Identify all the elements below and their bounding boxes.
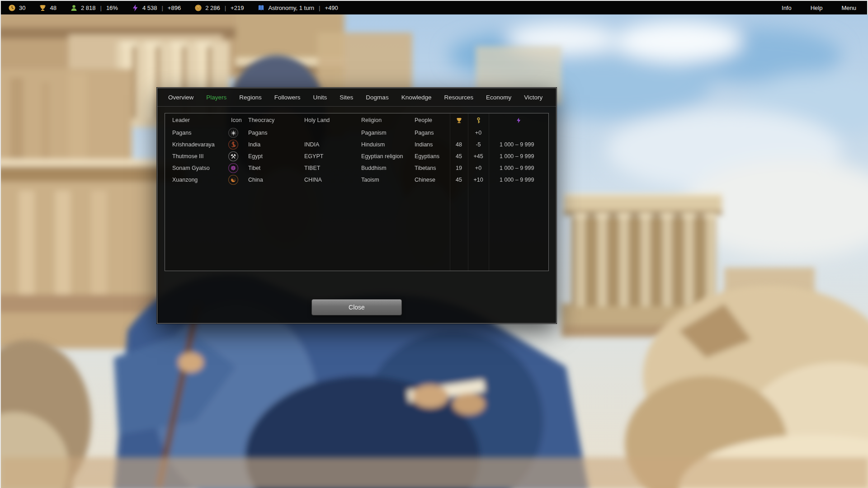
pagan-sparkle-icon xyxy=(228,128,238,138)
lightning-icon xyxy=(132,4,139,12)
theocracy-name: Tibet xyxy=(242,165,298,171)
tab-economy[interactable]: Economy xyxy=(480,88,518,107)
trophy-value: 48 xyxy=(50,5,56,11)
favor-value: +45 xyxy=(468,153,489,160)
theocracy-name: Egypt xyxy=(242,153,298,160)
help-button[interactable]: Help xyxy=(811,5,823,11)
separator: | xyxy=(161,5,163,11)
topbar-menu: Info Help Menu xyxy=(782,5,856,11)
religion-name: Egyptian religion xyxy=(355,153,408,160)
tab-dogmas[interactable]: Dogmas xyxy=(359,88,395,107)
separator: | xyxy=(319,5,320,11)
tab-regions[interactable]: Regions xyxy=(233,88,268,107)
religion-name: Hinduism xyxy=(355,141,408,148)
trophies-value: 48 xyxy=(450,141,468,148)
tab-followers[interactable]: Followers xyxy=(268,88,307,107)
leader-name: Pagans xyxy=(165,130,225,136)
player-row[interactable]: Krishnadevaraya India INDIA Hinduism Ind… xyxy=(165,139,548,150)
tab-units[interactable]: Units xyxy=(307,88,334,107)
tab-sites[interactable]: Sites xyxy=(333,88,359,107)
resource-topbar: 30 48 2 818 | 16% 4 538 | +896 2 286 | +… xyxy=(1,1,867,14)
gold-counter: 2 286 | +219 xyxy=(194,4,244,12)
theocracy-name: China xyxy=(242,177,298,183)
power-range: 1 000 – 9 999 xyxy=(489,141,548,148)
clock-icon xyxy=(8,4,16,12)
info-button[interactable]: Info xyxy=(782,5,792,11)
game-screen: 30 48 2 818 | 16% 4 538 | +896 2 286 | +… xyxy=(0,0,868,488)
gold-delta: +219 xyxy=(231,5,244,11)
players-table: Leader Icon Theocracy Holy Land Religion… xyxy=(165,113,549,271)
leader-name: Sonam Gyatso xyxy=(165,165,225,171)
header-leader: Leader xyxy=(165,117,225,123)
player-row[interactable]: Xuanzong ☯ China CHINA Taoism Chinese 45… xyxy=(165,174,548,186)
people-name: Chinese xyxy=(408,177,450,183)
table-header-row: Leader Icon Theocracy Holy Land Religion… xyxy=(165,113,548,127)
followers-value: 2 818 xyxy=(81,5,96,11)
power-range: 1 000 – 9 999 xyxy=(489,177,548,183)
trophies-value: 45 xyxy=(450,153,468,160)
power-range: 1 000 – 9 999 xyxy=(489,165,548,171)
turn-value: 30 xyxy=(19,5,25,11)
religion-name: Paganism xyxy=(355,130,408,136)
leader-name: Krishnadevaraya xyxy=(165,141,225,148)
leader-name: Xuanzong xyxy=(165,177,225,183)
trophy-icon xyxy=(456,117,462,124)
coin-icon xyxy=(194,4,202,12)
player-row[interactable]: Thutmose III ⚒ Egypt EGYPT Egyptian reli… xyxy=(165,150,548,162)
turn-counter: 30 xyxy=(8,4,25,12)
trophy-counter: 48 xyxy=(39,4,56,12)
column-divider xyxy=(468,113,468,271)
power-value: 4 538 xyxy=(142,5,157,11)
religion-name: Buddhism xyxy=(355,165,408,171)
column-divider xyxy=(489,113,489,271)
tab-knowledge[interactable]: Knowledge xyxy=(395,88,438,107)
header-religion: Religion xyxy=(355,117,408,123)
favor-value: +10 xyxy=(468,177,489,183)
followers-counter: 2 818 | 16% xyxy=(70,4,118,12)
gold-value: 2 286 xyxy=(205,5,220,11)
power-range: 1 000 – 9 999 xyxy=(489,153,548,160)
holy-land-name: EGYPT xyxy=(298,153,355,160)
column-divider xyxy=(450,113,450,271)
players-dialog: Overview Players Regions Followers Units… xyxy=(157,88,557,324)
people-name: Indians xyxy=(408,141,450,148)
people-name: Tibetans xyxy=(408,165,450,171)
leader-name: Thutmose III xyxy=(165,153,225,160)
tab-resources[interactable]: Resources xyxy=(438,88,480,107)
menu-button[interactable]: Menu xyxy=(841,5,856,11)
religion-name: Taoism xyxy=(355,177,408,183)
trophy-icon xyxy=(39,4,47,12)
people-name: Pagans xyxy=(408,130,450,136)
favor-value: -5 xyxy=(468,141,489,148)
trophies-value: 19 xyxy=(450,165,468,171)
theocracy-name: India xyxy=(242,141,298,148)
research-delta: +490 xyxy=(325,5,338,11)
tab-players[interactable]: Players xyxy=(200,88,233,107)
om-icon xyxy=(228,140,238,150)
key-icon xyxy=(475,117,482,124)
dialog-tabbar: Overview Players Regions Followers Units… xyxy=(157,88,556,107)
egypt-crossed-tools-icon: ⚒ xyxy=(228,151,238,161)
close-button[interactable]: Close xyxy=(311,299,402,315)
holy-land-name: INDIA xyxy=(298,141,355,148)
player-row[interactable]: Pagans Pagans Paganism Pagans +0 xyxy=(165,127,548,139)
favor-value: +0 xyxy=(468,165,489,171)
lightning-icon xyxy=(516,117,522,123)
holy-land-name: CHINA xyxy=(298,177,355,183)
favor-value: +0 xyxy=(468,130,489,136)
yin-yang-icon: ☯ xyxy=(228,175,238,185)
tab-victory[interactable]: Victory xyxy=(518,88,549,107)
header-holy-land: Holy Land xyxy=(298,117,355,123)
separator: | xyxy=(225,5,226,11)
power-counter: 4 538 | +896 xyxy=(132,4,181,12)
separator: | xyxy=(100,5,101,11)
research-status: Astronomy, 1 turn | +490 xyxy=(257,4,338,12)
research-value: Astronomy, 1 turn xyxy=(268,5,314,11)
tab-overview[interactable]: Overview xyxy=(162,88,200,107)
header-theocracy: Theocracy xyxy=(242,117,298,123)
holy-land-name: TIBET xyxy=(298,165,355,171)
people-name: Egyptians xyxy=(408,153,450,160)
header-people: People xyxy=(408,117,450,123)
book-icon xyxy=(257,4,265,12)
player-row[interactable]: Sonam Gyatso ☸ Tibet TIBET Buddhism Tibe… xyxy=(165,162,548,174)
